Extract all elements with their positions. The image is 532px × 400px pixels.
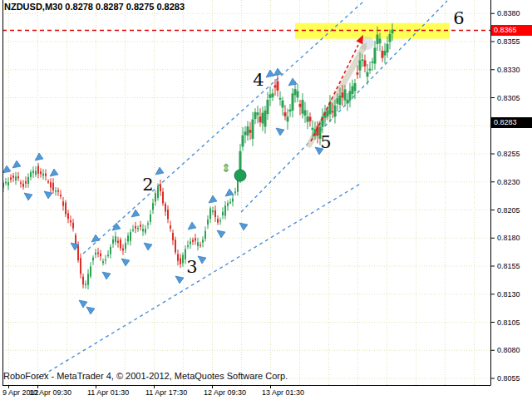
breakout-marker-icon [234,170,246,181]
time-axis-label: 11 Apr 01:30 [87,388,129,397]
current-price-tag: 0.8283 [491,117,532,128]
wave-number-label: 5 [320,134,331,151]
fractal-up-arrow-icon [2,165,11,173]
time-axis-label: 11 Apr 17:30 [145,388,187,397]
time-axis-label: 13 Apr 01:30 [262,388,304,397]
fractal-down-arrow-icon [24,193,32,200]
price-axis-label: 0.8355 [497,37,520,46]
price-axis-label: 0.8230 [497,178,520,186]
price-axis-label: 0.8155 [497,262,520,270]
wave-number-label: 4 [253,72,264,89]
fractal-down-arrow-icon [239,223,248,230]
wave-number-label: 2 [142,176,153,194]
mt4-chart-window: ⇕ NZDUSD,M30 0.8278 0.8287 0.8275 0.8283… [0,0,532,400]
price-axis-label: 0.8255 [497,150,520,158]
fractal-down-arrow-icon [144,243,152,250]
fractal-down-arrow-icon [175,276,184,284]
fractal-down-arrow-icon [217,230,225,238]
chart-title: NZDUSD,M30 0.8278 0.8287 0.8275 0.8283 [4,2,185,12]
fractal-up-arrow-icon [266,70,274,77]
candles-layer [2,23,394,289]
chart-plot-area[interactable]: ⇕ [0,0,532,400]
fractal-up-arrow-icon [155,167,164,175]
time-axis-label: 12 Apr 09:30 [204,388,246,397]
copyright-text: RoboForex - MetaTrader 4, © 2001-2012, M… [3,371,288,381]
wave-number-label: 3 [186,259,197,276]
fractal-up-arrow-icon [50,169,58,176]
price-axis-label: 0.8055 [497,374,520,383]
grid-layer [2,0,490,385]
fractal-down-arrow-icon [198,256,206,264]
price-axis-label: 0.8330 [497,66,520,74]
fractal-up-arrow-icon [35,153,43,160]
price-axis-label: 0.8080 [497,346,520,354]
fractal-up-arrow-icon [12,160,21,168]
target-price-tag: 0.8365 [491,25,532,36]
wave-number-label: 6 [453,10,464,27]
fractal-up-arrow-icon [188,222,196,230]
price-axis-label: 0.8205 [497,206,520,215]
fractal-down-arrow-icon [86,307,95,314]
time-axis-label: 10 Apr 09:30 [29,388,71,397]
fractal-up-arrow-icon [131,210,140,217]
price-axis-label: 0.8105 [497,319,520,327]
channel-lines [37,1,447,378]
price-axis-label: 0.8180 [497,234,520,242]
fractal-down-arrow-icon [121,259,130,266]
price-axis-label: 0.8380 [497,9,520,17]
fractal-down-arrow-icon [44,191,52,199]
plot-border [2,0,495,388]
updown-arrow-icon: ⇕ [221,161,231,175]
price-axis-label: 0.8130 [497,290,520,299]
fractal-up-arrow-icon [209,195,217,203]
fractal-down-arrow-icon [102,272,111,279]
fractal-down-arrow-icon [276,128,284,136]
price-axis-label: 0.8305 [497,94,520,102]
